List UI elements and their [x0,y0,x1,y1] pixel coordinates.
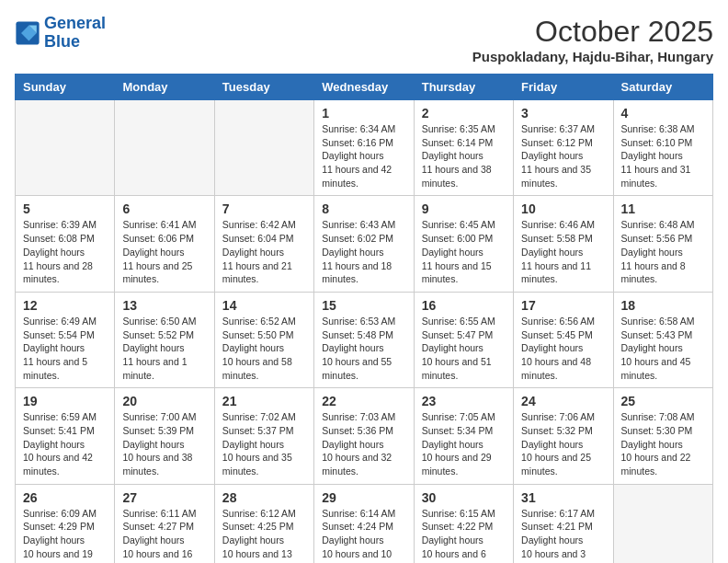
day-number: 29 [322,490,405,505]
day-number: 15 [322,298,405,313]
day-info: Sunrise: 6:52 AMSunset: 5:50 PMDaylight … [222,315,306,382]
day-cell-7: 7Sunrise: 6:42 AMSunset: 6:04 PMDaylight… [214,196,313,292]
day-number: 2 [422,106,506,121]
day-info: Sunrise: 6:34 AMSunset: 6:16 PMDaylight … [322,122,405,190]
day-info: Sunrise: 7:02 AMSunset: 5:37 PMDaylight … [222,410,306,477]
week-row-3: 12Sunrise: 6:49 AMSunset: 5:54 PMDayligh… [16,292,713,387]
empty-cell [16,100,115,196]
day-info: Sunrise: 6:59 AMSunset: 5:41 PMDaylight … [23,410,107,477]
day-cell-15: 15Sunrise: 6:53 AMSunset: 5:48 PMDayligh… [314,292,414,387]
day-number: 25 [621,394,705,408]
empty-cell [214,100,313,196]
day-info: Sunrise: 6:46 AMSunset: 5:58 PMDaylight … [521,218,605,285]
day-info: Sunrise: 6:43 AMSunset: 6:02 PMDaylight … [322,218,405,285]
day-cell-25: 25Sunrise: 7:08 AMSunset: 5:30 PMDayligh… [613,388,712,484]
day-cell-28: 28Sunrise: 6:12 AMSunset: 4:25 PMDayligh… [214,484,313,563]
day-number: 18 [621,298,705,313]
day-number: 13 [122,298,206,313]
day-cell-8: 8Sunrise: 6:43 AMSunset: 6:02 PMDaylight… [314,196,414,292]
day-number: 3 [521,106,605,121]
day-info: Sunrise: 7:00 AMSunset: 5:39 PMDaylight … [122,410,206,477]
day-number: 11 [621,201,705,216]
day-cell-14: 14Sunrise: 6:52 AMSunset: 5:50 PMDayligh… [214,292,313,387]
logo-text: General Blue [44,15,106,52]
day-info: Sunrise: 7:05 AMSunset: 5:34 PMDaylight … [422,410,506,477]
day-info: Sunrise: 6:56 AMSunset: 5:45 PMDaylight … [521,315,605,382]
day-info: Sunrise: 6:58 AMSunset: 5:43 PMDaylight … [621,315,705,382]
day-cell-20: 20Sunrise: 7:00 AMSunset: 5:39 PMDayligh… [115,388,214,484]
day-cell-3: 3Sunrise: 6:37 AMSunset: 6:12 PMDaylight… [514,100,613,196]
day-info: Sunrise: 6:42 AMSunset: 6:04 PMDaylight … [222,218,306,285]
day-cell-27: 27Sunrise: 6:11 AMSunset: 4:27 PMDayligh… [115,484,214,563]
page-header: General Blue October 2025 Puspokladany, … [15,15,713,64]
day-number: 21 [222,394,306,408]
weekday-sunday: Sunday [16,75,115,100]
day-cell-19: 19Sunrise: 6:59 AMSunset: 5:41 PMDayligh… [16,388,115,484]
weekday-header-row: SundayMondayTuesdayWednesdayThursdayFrid… [16,75,713,100]
week-row-2: 5Sunrise: 6:39 AMSunset: 6:08 PMDaylight… [16,196,713,292]
week-row-5: 26Sunrise: 6:09 AMSunset: 4:29 PMDayligh… [16,484,713,563]
weekday-wednesday: Wednesday [314,75,414,100]
day-cell-24: 24Sunrise: 7:06 AMSunset: 5:32 PMDayligh… [514,388,613,484]
calendar: SundayMondayTuesdayWednesdayThursdayFrid… [15,74,713,563]
day-cell-21: 21Sunrise: 7:02 AMSunset: 5:37 PMDayligh… [214,388,313,484]
day-info: Sunrise: 6:45 AMSunset: 6:00 PMDaylight … [422,218,506,285]
day-number: 10 [521,201,605,216]
day-number: 4 [621,106,705,121]
day-cell-9: 9Sunrise: 6:45 AMSunset: 6:00 PMDaylight… [414,196,513,292]
day-info: Sunrise: 6:14 AMSunset: 4:24 PMDaylight … [322,507,405,563]
day-info: Sunrise: 6:49 AMSunset: 5:54 PMDaylight … [23,315,107,382]
logo-line1: General [44,14,106,32]
day-number: 19 [23,394,107,408]
day-number: 1 [322,106,405,121]
day-number: 27 [122,490,206,505]
day-number: 26 [23,490,107,505]
day-cell-18: 18Sunrise: 6:58 AMSunset: 5:43 PMDayligh… [613,292,712,387]
weekday-friday: Friday [514,75,613,100]
day-info: Sunrise: 6:41 AMSunset: 6:06 PMDaylight … [122,218,206,285]
day-info: Sunrise: 6:37 AMSunset: 6:12 PMDaylight … [521,122,605,190]
title-block: October 2025 Puspokladany, Hajdu-Bihar, … [472,15,713,64]
day-cell-29: 29Sunrise: 6:14 AMSunset: 4:24 PMDayligh… [314,484,414,563]
day-cell-17: 17Sunrise: 6:56 AMSunset: 5:45 PMDayligh… [514,292,613,387]
day-number: 23 [422,394,506,408]
day-info: Sunrise: 6:11 AMSunset: 4:27 PMDaylight … [122,507,206,563]
day-cell-11: 11Sunrise: 6:48 AMSunset: 5:56 PMDayligh… [613,196,712,292]
week-row-4: 19Sunrise: 6:59 AMSunset: 5:41 PMDayligh… [16,388,713,484]
day-info: Sunrise: 6:15 AMSunset: 4:22 PMDaylight … [422,507,506,563]
day-cell-10: 10Sunrise: 6:46 AMSunset: 5:58 PMDayligh… [514,196,613,292]
weekday-tuesday: Tuesday [214,75,313,100]
day-info: Sunrise: 7:08 AMSunset: 5:30 PMDaylight … [621,410,705,477]
day-number: 12 [23,298,107,313]
day-info: Sunrise: 6:48 AMSunset: 5:56 PMDaylight … [621,218,705,285]
day-info: Sunrise: 6:17 AMSunset: 4:21 PMDaylight … [521,507,605,563]
day-info: Sunrise: 6:38 AMSunset: 6:10 PMDaylight … [621,122,705,190]
day-info: Sunrise: 6:12 AMSunset: 4:25 PMDaylight … [222,507,306,563]
logo-line2: Blue [44,32,80,51]
logo-icon [15,20,40,46]
weekday-saturday: Saturday [613,75,712,100]
day-number: 22 [322,394,405,408]
day-info: Sunrise: 7:06 AMSunset: 5:32 PMDaylight … [521,410,605,477]
day-number: 5 [23,201,107,216]
empty-cell [613,484,712,563]
day-number: 6 [122,201,206,216]
day-cell-30: 30Sunrise: 6:15 AMSunset: 4:22 PMDayligh… [414,484,513,563]
day-info: Sunrise: 6:50 AMSunset: 5:52 PMDaylight … [122,315,206,382]
day-info: Sunrise: 7:03 AMSunset: 5:36 PMDaylight … [322,410,405,477]
day-number: 20 [122,394,206,408]
day-cell-2: 2Sunrise: 6:35 AMSunset: 6:14 PMDaylight… [414,100,513,196]
day-cell-23: 23Sunrise: 7:05 AMSunset: 5:34 PMDayligh… [414,388,513,484]
week-row-1: 1Sunrise: 6:34 AMSunset: 6:16 PMDaylight… [16,100,713,196]
day-number: 30 [422,490,506,505]
weekday-monday: Monday [115,75,214,100]
day-cell-1: 1Sunrise: 6:34 AMSunset: 6:16 PMDaylight… [314,100,414,196]
day-number: 16 [422,298,506,313]
day-number: 31 [521,490,605,505]
day-info: Sunrise: 6:09 AMSunset: 4:29 PMDaylight … [23,507,107,563]
day-info: Sunrise: 6:39 AMSunset: 6:08 PMDaylight … [23,218,107,285]
day-number: 14 [222,298,306,313]
day-cell-31: 31Sunrise: 6:17 AMSunset: 4:21 PMDayligh… [514,484,613,563]
day-number: 7 [222,201,306,216]
day-cell-13: 13Sunrise: 6:50 AMSunset: 5:52 PMDayligh… [115,292,214,387]
